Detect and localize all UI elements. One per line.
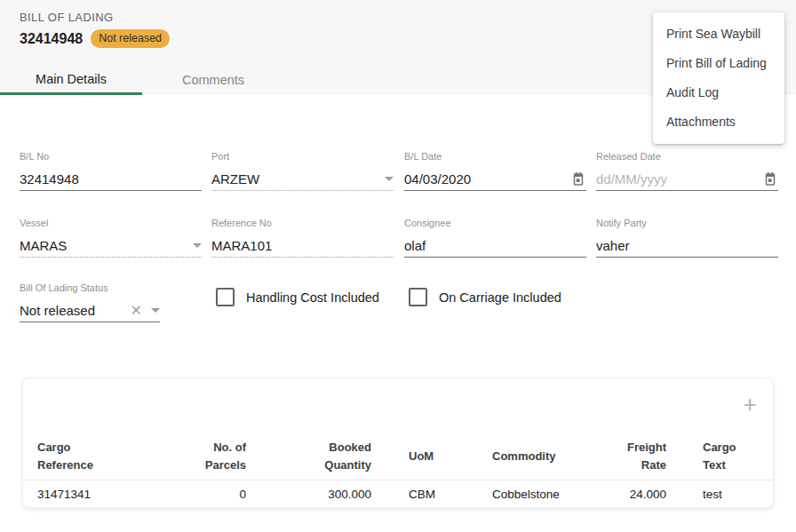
col-no-of-parcels: No. of Parcels bbox=[211, 439, 246, 474]
bl-status-value: Not released bbox=[20, 303, 131, 318]
chevron-down-icon bbox=[385, 177, 394, 181]
col-cargo-reference: Cargo Reference bbox=[37, 439, 211, 474]
bl-no-input[interactable] bbox=[20, 171, 202, 187]
col-uom: UoM bbox=[371, 448, 492, 465]
cell-no-of-parcels: 0 bbox=[211, 488, 246, 501]
chevron-down-icon bbox=[193, 243, 202, 248]
bl-date-field: B/L Date bbox=[404, 151, 586, 191]
on-carriage-checkbox[interactable]: On Carriage Included bbox=[409, 288, 561, 306]
bl-date-input[interactable] bbox=[404, 171, 570, 187]
consignee-input[interactable] bbox=[404, 238, 586, 253]
notify-party-field: Notify Party bbox=[596, 218, 778, 258]
notify-party-label: Notify Party bbox=[596, 218, 778, 228]
menu-item-audit-log[interactable]: Audit Log bbox=[653, 78, 784, 107]
col-booked-quantity: Booked Quantity bbox=[246, 439, 371, 474]
port-label: Port bbox=[211, 151, 394, 162]
cell-cargo-text: test bbox=[666, 488, 760, 501]
handling-cost-label: Handling Cost Included bbox=[246, 290, 379, 305]
tab-comments-label: Comments bbox=[182, 73, 244, 87]
cell-booked-quantity: 300.000 bbox=[246, 488, 371, 501]
calendar-icon[interactable] bbox=[570, 171, 586, 187]
cargo-table-card: + Cargo Reference No. of Parcels Booked … bbox=[22, 377, 774, 508]
reference-no-label: Reference No bbox=[211, 218, 394, 228]
cargo-table-header: Cargo Reference No. of Parcels Booked Qu… bbox=[23, 431, 773, 482]
status-badge: Not released bbox=[91, 29, 170, 48]
tab-bar: Main Details Comments bbox=[0, 65, 284, 95]
notify-party-input[interactable] bbox=[596, 238, 778, 253]
cell-cargo-reference: 31471341 bbox=[37, 488, 211, 501]
bl-no-label: B/L No bbox=[20, 151, 202, 162]
col-commodity: Commodity bbox=[492, 448, 588, 465]
checkbox-icon[interactable] bbox=[216, 288, 235, 306]
bl-number-row: 32414948 Not released bbox=[20, 29, 170, 48]
cell-commodity: Cobbelstone bbox=[492, 488, 588, 501]
actions-menu: Print Sea Waybill Print Bill of Lading A… bbox=[653, 12, 784, 144]
released-date-input[interactable] bbox=[596, 171, 762, 187]
cell-freight-rate: 24.000 bbox=[588, 488, 666, 501]
cargo-table-row[interactable]: 31471341 0 300.000 CBM Cobbelstone 24.00… bbox=[23, 480, 773, 507]
chevron-down-icon bbox=[151, 308, 160, 313]
menu-item-attachments[interactable]: Attachments bbox=[653, 107, 784, 137]
port-select[interactable]: ARZEW bbox=[211, 168, 394, 191]
handling-cost-checkbox[interactable]: Handling Cost Included bbox=[216, 288, 379, 306]
col-freight-rate: Freight Rate bbox=[588, 439, 666, 474]
bl-status-select[interactable]: Not released ✕ bbox=[20, 299, 160, 322]
bl-no-field: B/L No bbox=[20, 151, 202, 191]
consignee-field: Consignee bbox=[404, 218, 586, 258]
tab-comments[interactable]: Comments bbox=[142, 65, 284, 95]
clear-icon[interactable]: ✕ bbox=[131, 304, 142, 318]
col-cargo-text: Cargo Text bbox=[666, 439, 760, 474]
on-carriage-label: On Carriage Included bbox=[439, 290, 561, 305]
port-field: Port ARZEW bbox=[211, 151, 394, 191]
page-title: BILL OF LADING bbox=[20, 11, 114, 24]
menu-item-print-bill-of-lading[interactable]: Print Bill of Lading bbox=[653, 49, 784, 78]
bl-status-label: Bill Of Lading Status bbox=[20, 282, 160, 293]
vessel-label: Vessel bbox=[20, 218, 202, 228]
vessel-value: MARAS bbox=[20, 238, 187, 253]
released-date-label: Released Date bbox=[596, 151, 778, 162]
bl-status-field: Bill Of Lading Status Not released ✕ bbox=[20, 282, 160, 322]
reference-no-field: Reference No MARA101 bbox=[211, 218, 394, 258]
menu-item-print-sea-waybill[interactable]: Print Sea Waybill bbox=[653, 20, 784, 49]
bl-date-label: B/L Date bbox=[404, 151, 586, 162]
cell-uom: CBM bbox=[371, 488, 492, 501]
tab-main-details-label: Main Details bbox=[36, 72, 107, 86]
released-date-field: Released Date bbox=[596, 151, 778, 191]
checkbox-icon[interactable] bbox=[409, 288, 427, 306]
port-value: ARZEW bbox=[211, 171, 379, 187]
vessel-field: Vessel MARAS bbox=[20, 218, 202, 258]
bl-number: 32414948 bbox=[20, 31, 83, 47]
add-cargo-button[interactable]: + bbox=[739, 394, 760, 416]
tab-main-details[interactable]: Main Details bbox=[0, 65, 142, 95]
reference-no-value: MARA101 bbox=[211, 238, 394, 253]
bill-of-lading-page: BILL OF LADING 32414948 Not released Mai… bbox=[0, 0, 796, 532]
vessel-select[interactable]: MARAS bbox=[20, 234, 202, 258]
calendar-icon[interactable] bbox=[762, 171, 778, 187]
consignee-label: Consignee bbox=[404, 218, 586, 228]
